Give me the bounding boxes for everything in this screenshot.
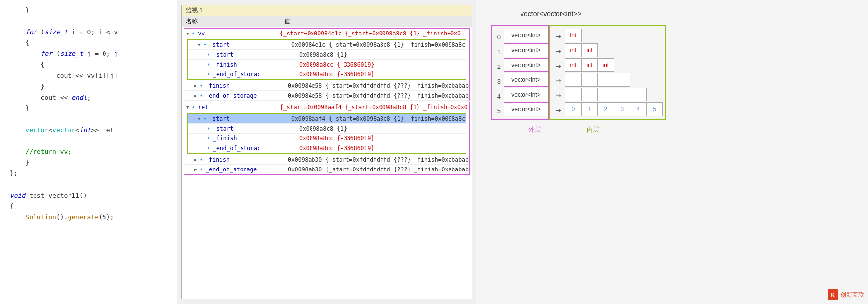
table-row[interactable]: 🔹 _finish 0x0098a8cc {-33686019} xyxy=(188,60,466,69)
pin-icon: 🔹 xyxy=(206,71,211,77)
var-name-cell: 🔹 _end_of_storac xyxy=(204,144,297,152)
var-value: 0x0098a8cc {-33686019} xyxy=(297,70,466,78)
var-name: _finish xyxy=(213,61,237,68)
arrow-right: → xyxy=(556,45,561,56)
int-cell: int xyxy=(597,58,614,72)
vec-int-cell: vector<int> xyxy=(504,102,548,116)
int-cell-num: 4 xyxy=(630,102,647,116)
var-name-cell: 🔹 _finish xyxy=(204,135,297,142)
table-row[interactable]: 🔹 _start 0x0098a8c8 {1} xyxy=(188,124,466,134)
logo-area: K 创新互联 xyxy=(828,289,864,300)
var-name: _start xyxy=(213,125,234,132)
table-row[interactable]: ▶ 🔹 _finish 0x0098ab30 {_start=0xfdfdfdf… xyxy=(184,155,469,165)
empty-cell xyxy=(581,88,598,101)
row-index: 2 xyxy=(492,63,501,70)
var-value: 0x00984e58 {_start=0xfdfdfdffd {???} _fi… xyxy=(286,92,469,100)
var-name-cell: ▼ 🔹 _start xyxy=(196,41,289,49)
diagram-title: vector<vector<int>> xyxy=(521,10,582,18)
pin-icon: 🔹 xyxy=(198,83,204,88)
row-index: 0 xyxy=(492,34,501,41)
code-line: for (size_t j = 0; j xyxy=(10,48,177,59)
int-cells-2: int int int xyxy=(565,58,614,72)
pin-icon: 🔹 xyxy=(206,145,211,151)
var-name: _finish xyxy=(206,156,229,163)
pin-icon: 🔹 xyxy=(190,104,196,110)
table-row[interactable]: ▼ 🔹 _start 0x0098aaf4 {_start=0x0098a8c8… xyxy=(188,114,466,124)
expand-icon[interactable]: ▼ xyxy=(186,105,189,110)
var-name: _finish xyxy=(213,135,237,142)
int-cells-1: int int xyxy=(565,43,598,57)
code-line: cout << endl; xyxy=(10,92,177,103)
int-cells-4 xyxy=(565,88,647,101)
var-name-cell: 🔹 _start xyxy=(204,125,297,133)
code-line: { xyxy=(10,201,177,212)
empty-cell xyxy=(565,73,582,87)
code-line: Solution().generate(5); xyxy=(10,212,177,223)
debugger-title: 监视 1 xyxy=(182,5,472,16)
empty-cell xyxy=(581,73,598,87)
table-row[interactable]: ▶ 🔹 _end_of_storage 0x00984e58 {_start=0… xyxy=(184,91,469,101)
code-line: } xyxy=(10,157,177,168)
table-row[interactable]: ▼ 🔹 vv {_start=0x00984e1c {_start=0x0098… xyxy=(184,29,469,38)
code-line: //return vv; xyxy=(10,146,177,157)
vec-int-cell: vector<int> xyxy=(504,29,548,42)
expand-icon[interactable]: ▶ xyxy=(194,167,197,172)
var-name-cell: ▶ 🔹 _finish xyxy=(192,156,286,164)
code-line xyxy=(10,16,177,27)
arrow-right: → xyxy=(556,104,561,115)
code-panel: } for (size_t i = 0; i < v { for (size_t… xyxy=(0,0,177,304)
row-index: 4 xyxy=(492,93,501,100)
code-line xyxy=(10,179,177,190)
int-cells-0: int xyxy=(565,29,582,42)
code-line: { xyxy=(10,59,177,70)
vec-int-cell: vector<int> xyxy=(504,88,548,101)
var-name: _end_of_storage xyxy=(206,92,257,99)
int-cells-5: 0 1 2 3 4 5 xyxy=(565,102,663,116)
int-cell: int xyxy=(565,29,582,42)
table-row[interactable]: 🔹 _start 0x0098a8c8 {1} xyxy=(188,50,466,60)
debugger-header: 名称 值 xyxy=(182,16,472,27)
row-index: 5 xyxy=(492,107,501,115)
table-row[interactable]: ▼ 🔹 _start 0x00984e1c {_start=0x0098a8c8… xyxy=(188,40,466,50)
expand-icon[interactable]: ▶ xyxy=(194,93,197,98)
var-name-cell: 🔹 _end_of_storac xyxy=(204,70,297,78)
expand-icon[interactable]: ▼ xyxy=(186,31,189,36)
table-row[interactable]: 🔹 _end_of_storac 0x0098a8cc {-33686019} xyxy=(188,143,466,153)
var-value: 0x0098ab30 {_start=0xfdfdfdffd {???} _fi… xyxy=(286,166,469,173)
code-line: for (size_t i = 0; i < v xyxy=(10,27,177,37)
expand-icon[interactable]: ▶ xyxy=(194,83,197,88)
col-name-header: 名称 xyxy=(182,16,280,27)
table-row[interactable]: ▼ 🔹 ret {_start=0x0098aaf4 {_start=0x009… xyxy=(184,102,469,112)
empty-cell xyxy=(614,88,630,101)
table-row[interactable]: 🔹 _finish 0x0098a8cc {-33686019} xyxy=(188,134,466,143)
var-name: _start xyxy=(209,115,230,122)
var-name: _end_of_storac xyxy=(213,71,261,78)
expand-icon[interactable]: ▶ xyxy=(194,157,197,162)
code-line: } xyxy=(10,5,177,16)
var-value: 0x0098a8cc {-33686019} xyxy=(297,135,466,142)
var-name-cell: ▶ 🔹 _end_of_storage xyxy=(192,92,286,100)
table-row[interactable]: 🔹 _end_of_storac 0x0098a8cc {-33686019} xyxy=(188,69,466,79)
code-line: cout << vv[i][j] xyxy=(10,70,177,81)
var-name: _start xyxy=(213,51,234,58)
code-line: { xyxy=(10,37,177,48)
code-line xyxy=(10,114,177,125)
expand-icon[interactable]: ▼ xyxy=(198,42,200,47)
var-value: 0x0098a8cc {-33686019} xyxy=(297,144,466,152)
table-row[interactable]: ▶ 🔹 _finish 0x00984e58 {_start=0xfdfdfdf… xyxy=(184,81,469,91)
outer-row-4: 4 vector<int> xyxy=(492,88,548,101)
code-line: } xyxy=(10,81,177,92)
vec-int-cell: vector<int> xyxy=(504,43,548,57)
debugger-rows[interactable]: ▼ 🔹 vv {_start=0x00984e1c {_start=0x0098… xyxy=(182,27,472,299)
code-line: void test_vector11() xyxy=(10,190,177,201)
empty-cell xyxy=(597,88,614,101)
pin-icon: 🔹 xyxy=(206,135,211,141)
expand-icon[interactable]: ▼ xyxy=(198,116,200,121)
var-name-cell: ▶ 🔹 _end_of_storage xyxy=(192,166,286,173)
var-value: 0x0098aaf4 {_start=0x0098a8c8 {1} _finis… xyxy=(289,115,466,123)
var-value: 0x0098a8c8 {1} xyxy=(297,51,466,59)
diagram-panel: vector<vector<int>> 0 vector<int> 1 vect… xyxy=(476,0,868,304)
table-row[interactable]: ▶ 🔹 _end_of_storage 0x0098ab30 {_start=0… xyxy=(184,165,469,174)
outer-row-5: 5 vector<int> xyxy=(492,102,548,116)
logo-text: 创新互联 xyxy=(840,291,864,299)
